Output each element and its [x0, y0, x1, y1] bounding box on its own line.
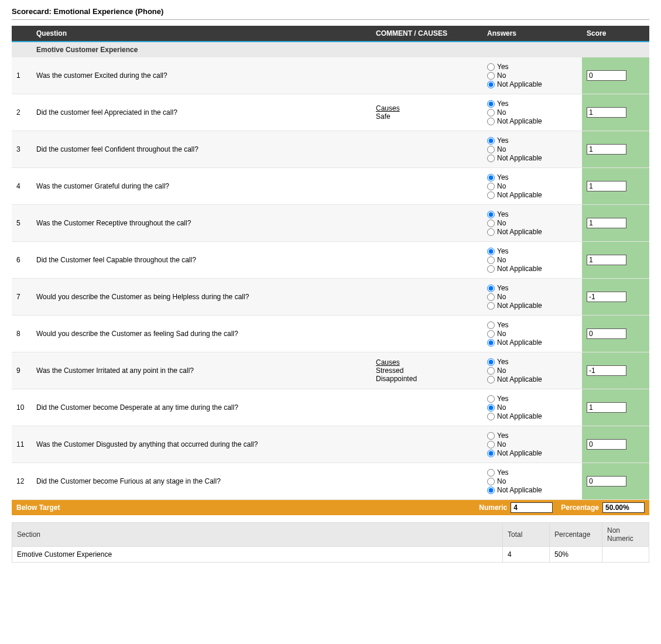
radio-no[interactable]	[487, 367, 495, 375]
answer-label: No	[497, 108, 506, 117]
answer-na[interactable]: Not Applicable	[487, 154, 577, 162]
radio-no[interactable]	[487, 220, 495, 227]
radio-yes[interactable]	[487, 63, 495, 71]
answer-yes[interactable]: Yes	[487, 358, 577, 366]
radio-na[interactable]	[487, 302, 495, 310]
score-input[interactable]	[587, 255, 626, 265]
answer-na[interactable]: Not Applicable	[487, 449, 577, 457]
answer-no[interactable]: No	[487, 366, 577, 375]
radio-na[interactable]	[487, 487, 495, 494]
radio-na[interactable]	[487, 81, 495, 88]
answer-yes[interactable]: Yes	[487, 284, 577, 292]
percentage-value[interactable]	[602, 502, 645, 513]
radio-no[interactable]	[487, 109, 495, 117]
score-input[interactable]	[587, 144, 626, 155]
answer-yes[interactable]: Yes	[487, 100, 577, 108]
row-index: 9	[12, 352, 32, 389]
answer-na[interactable]: Not Applicable	[487, 486, 577, 494]
score-input[interactable]	[587, 365, 626, 376]
radio-no[interactable]	[487, 72, 495, 80]
radio-na[interactable]	[487, 265, 495, 273]
radio-yes[interactable]	[487, 469, 495, 477]
answer-na[interactable]: Not Applicable	[487, 302, 577, 310]
answer-na[interactable]: Not Applicable	[487, 265, 577, 273]
answer-no[interactable]: No	[487, 477, 577, 485]
radio-na[interactable]	[487, 155, 495, 162]
answer-yes[interactable]: Yes	[487, 247, 577, 255]
radio-yes[interactable]	[487, 100, 495, 108]
score-input[interactable]	[587, 292, 626, 302]
score-input[interactable]	[587, 476, 626, 487]
question-text: Did the Customer feel Capable throughout…	[32, 242, 371, 279]
answers-cell: YesNoNot Applicable	[482, 131, 582, 168]
radio-yes[interactable]	[487, 395, 495, 403]
radio-no[interactable]	[487, 441, 495, 448]
radio-no[interactable]	[487, 293, 495, 301]
answer-yes[interactable]: Yes	[487, 136, 577, 145]
radio-na[interactable]	[487, 118, 495, 125]
answers-cell: YesNoNot Applicable	[482, 352, 582, 389]
answer-na[interactable]: Not Applicable	[487, 191, 577, 199]
score-input[interactable]	[587, 328, 626, 339]
causes-cell	[371, 131, 482, 168]
radio-yes[interactable]	[487, 285, 495, 292]
causes-label: Causes	[376, 104, 478, 112]
percentage-label: Percentage	[561, 503, 599, 512]
causes-cell	[371, 316, 482, 352]
radio-yes[interactable]	[487, 137, 495, 145]
answer-na[interactable]: Not Applicable	[487, 228, 577, 236]
radio-no[interactable]	[487, 330, 495, 338]
answer-yes[interactable]: Yes	[487, 431, 577, 440]
radio-na[interactable]	[487, 413, 495, 420]
score-input[interactable]	[587, 402, 626, 413]
answer-no[interactable]: No	[487, 330, 577, 338]
radio-no[interactable]	[487, 183, 495, 190]
answer-no[interactable]: No	[487, 108, 577, 117]
numeric-value[interactable]	[511, 502, 553, 513]
score-input[interactable]	[587, 439, 626, 450]
answers-cell: YesNoNot Applicable	[482, 389, 582, 426]
answer-na[interactable]: Not Applicable	[487, 80, 577, 88]
answer-na[interactable]: Not Applicable	[487, 412, 577, 420]
answer-no[interactable]: No	[487, 182, 577, 190]
answer-no[interactable]: No	[487, 71, 577, 80]
answer-no[interactable]: No	[487, 440, 577, 448]
radio-yes[interactable]	[487, 358, 495, 366]
radio-no[interactable]	[487, 256, 495, 264]
radio-yes[interactable]	[487, 321, 495, 329]
answer-na[interactable]: Not Applicable	[487, 338, 577, 347]
answer-yes[interactable]: Yes	[487, 468, 577, 477]
radio-na[interactable]	[487, 376, 495, 383]
answer-no[interactable]: No	[487, 219, 577, 227]
answer-yes[interactable]: Yes	[487, 210, 577, 218]
answer-yes[interactable]: Yes	[487, 395, 577, 403]
radio-no[interactable]	[487, 146, 495, 153]
answer-yes[interactable]: Yes	[487, 321, 577, 329]
score-input[interactable]	[587, 218, 626, 228]
score-input[interactable]	[587, 181, 626, 191]
answer-na[interactable]: Not Applicable	[487, 375, 577, 383]
answer-no[interactable]: No	[487, 256, 577, 264]
radio-na[interactable]	[487, 339, 495, 347]
radio-no[interactable]	[487, 404, 495, 412]
radio-na[interactable]	[487, 191, 495, 199]
answer-no[interactable]: No	[487, 293, 577, 301]
radio-yes[interactable]	[487, 248, 495, 255]
causes-label: Causes	[376, 358, 478, 366]
radio-yes[interactable]	[487, 211, 495, 218]
answer-no[interactable]: No	[487, 403, 577, 412]
score-input[interactable]	[587, 70, 626, 81]
radio-na[interactable]	[487, 228, 495, 236]
radio-yes[interactable]	[487, 432, 495, 440]
radio-no[interactable]	[487, 478, 495, 485]
answer-no[interactable]: No	[487, 145, 577, 153]
score-input[interactable]	[587, 107, 626, 118]
footer-bar: Below Target Numeric Percentage	[12, 500, 649, 515]
answer-na[interactable]: Not Applicable	[487, 117, 577, 125]
answer-yes[interactable]: Yes	[487, 173, 577, 181]
answer-yes[interactable]: Yes	[487, 63, 577, 71]
causes-cell	[371, 242, 482, 279]
radio-yes[interactable]	[487, 174, 495, 181]
answers-cell: YesNoNot Applicable	[482, 316, 582, 352]
radio-na[interactable]	[487, 450, 495, 457]
